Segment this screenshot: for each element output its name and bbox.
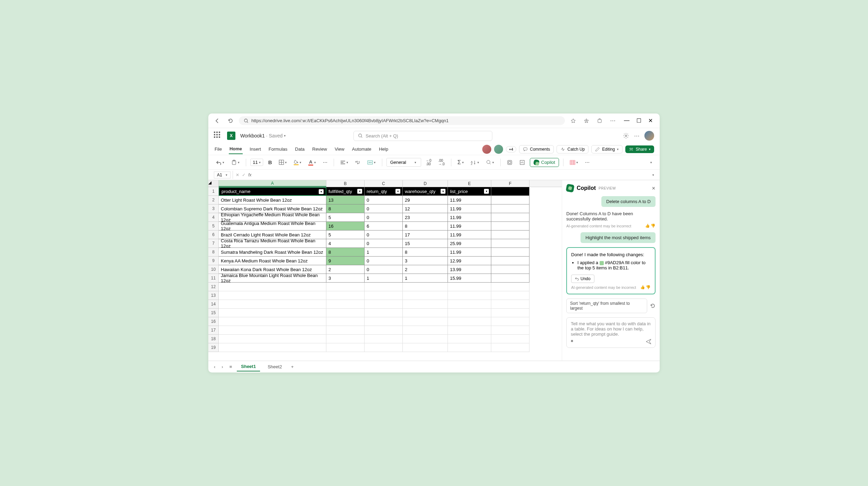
presence-avatar-1[interactable] xyxy=(482,145,491,154)
extensions-button[interactable] xyxy=(595,116,604,126)
more-commands-button[interactable]: ⋯ xyxy=(583,158,592,166)
share-button[interactable]: Share ▾ xyxy=(625,145,654,153)
cell[interactable]: 12 xyxy=(403,204,448,213)
cell[interactable] xyxy=(448,300,491,309)
tab-file[interactable]: File xyxy=(214,144,223,154)
cell[interactable]: 5 xyxy=(326,213,365,222)
cell[interactable] xyxy=(491,213,529,222)
cell[interactable]: 5 xyxy=(326,231,365,239)
cell[interactable] xyxy=(491,257,529,265)
comments-button[interactable]: Comments xyxy=(519,145,554,153)
cell[interactable] xyxy=(491,326,529,335)
row-header[interactable]: 14 xyxy=(208,300,219,309)
table-header-cell[interactable]: product_name▾ xyxy=(219,187,326,196)
cell[interactable] xyxy=(219,283,326,291)
cell[interactable] xyxy=(219,309,326,317)
bold-button[interactable]: B xyxy=(266,158,274,167)
cell[interactable] xyxy=(491,239,529,248)
undo-action-button[interactable]: Undo xyxy=(571,275,594,283)
number-format-selector[interactable]: General ▾ xyxy=(386,158,421,167)
row-header[interactable]: 17 xyxy=(208,326,219,335)
align-button[interactable]: ▾ xyxy=(338,159,350,166)
tab-insert[interactable]: Insert xyxy=(249,144,262,154)
row-header[interactable]: 11 xyxy=(208,274,219,283)
cell[interactable] xyxy=(403,335,448,343)
close-window-button[interactable]: ✕ xyxy=(648,117,653,124)
cell[interactable]: Costa Rica Tarrazu Medium Roast Whole Be… xyxy=(219,239,326,248)
select-all-corner[interactable]: ◢ xyxy=(208,180,219,187)
tab-home[interactable]: Home xyxy=(229,144,243,154)
favorite-button[interactable] xyxy=(568,116,578,126)
suggestion-chip[interactable]: Sort 'return_qty' from smallest to large… xyxy=(566,299,647,313)
copilot-toolbar-button[interactable]: Copilot xyxy=(530,158,559,167)
cell[interactable]: 16 xyxy=(326,222,365,231)
presence-avatar-2[interactable] xyxy=(494,145,503,154)
cell[interactable] xyxy=(448,309,491,317)
row-header[interactable]: 9 xyxy=(208,257,219,265)
expand-formula-bar[interactable]: ▾ xyxy=(652,173,654,177)
name-box[interactable]: A1 ▾ xyxy=(214,171,231,178)
cell[interactable] xyxy=(491,248,529,257)
cell[interactable]: 8 xyxy=(326,204,365,213)
cell[interactable] xyxy=(403,326,448,335)
filter-dropdown-icon[interactable]: ▾ xyxy=(395,189,400,194)
cancel-formula-icon[interactable]: ✕ xyxy=(236,173,239,177)
cell[interactable] xyxy=(365,309,403,317)
cell[interactable] xyxy=(219,343,326,352)
cell[interactable] xyxy=(491,187,529,196)
cell[interactable] xyxy=(365,291,403,300)
thumbs-up-icon[interactable]: 👍 xyxy=(640,285,645,290)
tab-automate[interactable]: Automate xyxy=(351,144,372,154)
cell[interactable]: Otter Light Roast Whole Bean 12oz xyxy=(219,196,326,204)
cell[interactable]: 11.99 xyxy=(448,231,491,239)
cell[interactable] xyxy=(403,343,448,352)
fill-color-button[interactable]: ▾ xyxy=(292,158,303,167)
filter-dropdown-icon[interactable]: ▾ xyxy=(357,189,362,194)
copilot-input[interactable]: Tell me what you want to do with data in… xyxy=(566,317,656,348)
cell[interactable]: 13.99 xyxy=(448,265,491,274)
add-sheet-button[interactable]: + xyxy=(290,363,295,370)
sheet-tab-1[interactable]: Sheet1 xyxy=(237,362,260,371)
send-button[interactable] xyxy=(645,338,652,345)
maximize-button[interactable]: ☐ xyxy=(636,117,641,124)
cell[interactable]: 8 xyxy=(403,248,448,257)
settings-icon[interactable] xyxy=(623,133,629,139)
row-header[interactable]: 16 xyxy=(208,317,219,326)
row-header[interactable]: 5 xyxy=(208,222,219,231)
cell[interactable] xyxy=(219,300,326,309)
cell[interactable] xyxy=(403,283,448,291)
spreadsheet-grid[interactable]: ◢ A B C D E F 1product_name▾fullfilled_q… xyxy=(208,180,562,361)
sheet-tab-2[interactable]: Sheet2 xyxy=(264,362,286,371)
filter-dropdown-icon[interactable]: ▾ xyxy=(484,189,489,194)
undo-button[interactable]: ▾ xyxy=(214,159,226,166)
cell[interactable] xyxy=(403,291,448,300)
row-header[interactable]: 12 xyxy=(208,283,219,291)
cell[interactable]: 1 xyxy=(403,274,448,283)
cell[interactable] xyxy=(491,274,529,283)
tab-review[interactable]: Review xyxy=(311,144,328,154)
cell[interactable]: 0 xyxy=(365,231,403,239)
tab-help[interactable]: Help xyxy=(378,144,389,154)
cell[interactable]: 8 xyxy=(403,222,448,231)
cell[interactable]: 9 xyxy=(326,257,365,265)
all-sheets-button[interactable]: ≡ xyxy=(228,363,234,370)
cell[interactable] xyxy=(326,343,365,352)
cell[interactable]: 4 xyxy=(326,239,365,248)
cell[interactable]: 15.99 xyxy=(448,274,491,283)
cell[interactable] xyxy=(448,335,491,343)
cell[interactable] xyxy=(491,317,529,326)
increase-decimal-button[interactable]: ←0.00 xyxy=(424,158,434,167)
cell[interactable]: 11.99 xyxy=(448,196,491,204)
row-header[interactable]: 2 xyxy=(208,196,219,204)
decrease-decimal-button[interactable]: .00→.0 xyxy=(436,158,446,167)
cell[interactable] xyxy=(448,283,491,291)
sort-filter-button[interactable]: AZ ▾ xyxy=(469,159,481,166)
cell[interactable]: Guatemala Antigua Medium Roast Whole Bea… xyxy=(219,222,326,231)
cell[interactable] xyxy=(219,335,326,343)
cell[interactable] xyxy=(365,317,403,326)
cell[interactable] xyxy=(326,317,365,326)
borders-button[interactable]: ▾ xyxy=(277,158,289,166)
cell[interactable]: 15 xyxy=(403,239,448,248)
cell[interactable]: 8 xyxy=(326,248,365,257)
row-header[interactable]: 8 xyxy=(208,248,219,257)
